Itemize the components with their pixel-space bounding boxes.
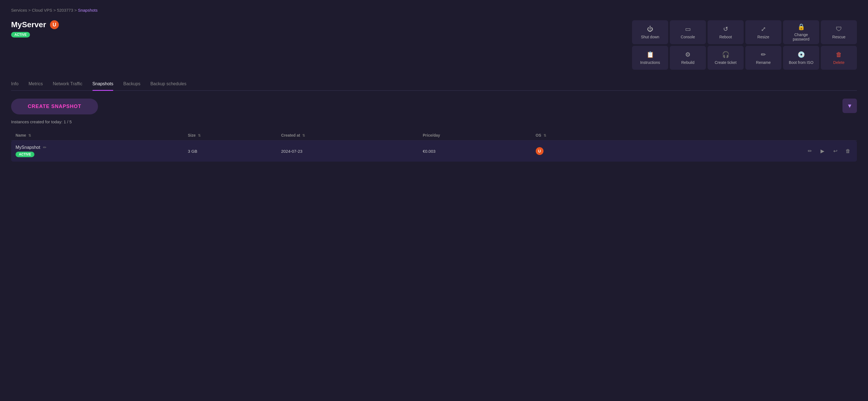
snapshots-section: CREATE SNAPSHOT ▼ Instances created for … bbox=[11, 99, 857, 162]
reboot-icon: ↺ bbox=[723, 26, 728, 33]
tab-network-traffic[interactable]: Network Traffic bbox=[53, 78, 82, 90]
breadcrumb-services[interactable]: Services bbox=[11, 8, 27, 12]
inline-edit-icon[interactable]: ✏ bbox=[43, 145, 46, 150]
breadcrumb-server-id[interactable]: 5203773 bbox=[57, 8, 73, 12]
rename-label: Rename bbox=[756, 60, 771, 65]
change-password-icon: 🔒 bbox=[798, 23, 805, 31]
change-password-button[interactable]: 🔒 Change password bbox=[783, 20, 819, 44]
rebuild-label: Rebuild bbox=[681, 60, 694, 65]
tab-backups[interactable]: Backups bbox=[123, 78, 140, 90]
resize-icon: ⤢ bbox=[761, 26, 766, 33]
ubuntu-icon: U bbox=[50, 20, 59, 29]
boot-from-iso-label: Boot from ISO bbox=[789, 60, 814, 65]
breadcrumb-cloud-vps[interactable]: Cloud VPS bbox=[32, 8, 52, 12]
console-button[interactable]: ▭ Console bbox=[670, 20, 706, 44]
resize-button[interactable]: ⤢ Resize bbox=[745, 20, 781, 44]
row-actions-cell: ✏ ▶ ↩ 🗑 bbox=[615, 141, 857, 162]
row-size-cell: 3 GB bbox=[184, 141, 277, 162]
rescue-icon: 🛡 bbox=[836, 26, 842, 33]
row-name-cell: MySnapshot ✏ ACTIVE bbox=[11, 141, 184, 162]
shutdown-button[interactable]: ⏻ Shut down bbox=[632, 20, 668, 44]
row-os-cell: U bbox=[531, 141, 615, 162]
snapshot-restore-button[interactable]: ▶ bbox=[818, 147, 827, 155]
snapshot-clone-button[interactable]: ↩ bbox=[831, 147, 840, 155]
filter-button[interactable]: ▼ bbox=[842, 99, 857, 113]
console-icon: ▭ bbox=[685, 26, 691, 33]
delete-button[interactable]: 🗑 Delete bbox=[821, 46, 857, 70]
row-action-buttons: ✏ ▶ ↩ 🗑 bbox=[620, 147, 852, 155]
reboot-label: Reboot bbox=[719, 35, 732, 39]
server-status-badge: ACTIVE bbox=[11, 32, 30, 37]
snapshot-delete-button[interactable]: 🗑 bbox=[844, 147, 852, 155]
tabs-nav: Info Metrics Network Traffic Snapshots B… bbox=[11, 78, 857, 91]
tab-metrics[interactable]: Metrics bbox=[29, 78, 43, 90]
snapshot-toolbar: CREATE SNAPSHOT ▼ bbox=[11, 99, 857, 115]
col-size[interactable]: Size ⇅ bbox=[184, 130, 277, 141]
create-ticket-icon: 🎧 bbox=[722, 51, 730, 58]
snapshot-size: 3 GB bbox=[188, 149, 197, 154]
breadcrumb-current: Snapshots bbox=[78, 8, 98, 12]
delete-icon: 🗑 bbox=[836, 51, 842, 58]
snapshot-status-badge: ACTIVE bbox=[16, 152, 34, 157]
instances-info: Instances created for today: 1 / 5 bbox=[11, 119, 857, 124]
create-ticket-button[interactable]: 🎧 Create ticket bbox=[708, 46, 744, 70]
col-os[interactable]: OS ⇅ bbox=[531, 130, 615, 141]
shutdown-label: Shut down bbox=[641, 35, 659, 39]
rename-button[interactable]: ✏ Rename bbox=[745, 46, 781, 70]
instructions-button[interactable]: 📋 Instructions bbox=[632, 46, 668, 70]
instructions-label: Instructions bbox=[640, 60, 660, 65]
instructions-icon: 📋 bbox=[647, 51, 654, 58]
tab-info[interactable]: Info bbox=[11, 78, 19, 90]
server-header: MyServer U ACTIVE ⏻ Shut down ▭ Console … bbox=[11, 20, 857, 70]
server-name: MyServer bbox=[11, 20, 46, 29]
rebuild-icon: ⚙ bbox=[685, 51, 691, 58]
col-actions bbox=[615, 130, 857, 141]
create-ticket-label: Create ticket bbox=[715, 60, 737, 65]
action-grid: ⏻ Shut down ▭ Console ↺ Reboot ⤢ Resize … bbox=[632, 20, 857, 70]
row-price-cell: €0.003 bbox=[418, 141, 531, 162]
console-label: Console bbox=[681, 35, 695, 39]
server-title: MyServer U ACTIVE bbox=[11, 20, 59, 37]
sort-name-icon: ⇅ bbox=[28, 133, 31, 137]
boot-from-iso-button[interactable]: 💿 Boot from ISO bbox=[783, 46, 819, 70]
snapshot-name: MySnapshot bbox=[16, 145, 40, 150]
tab-snapshots[interactable]: Snapshots bbox=[92, 78, 114, 90]
sort-os-icon: ⇅ bbox=[544, 133, 546, 137]
sort-size-icon: ⇅ bbox=[198, 133, 201, 137]
rescue-button[interactable]: 🛡 Rescue bbox=[821, 20, 857, 44]
shutdown-icon: ⏻ bbox=[647, 26, 653, 33]
snapshot-created-at: 2024-07-23 bbox=[281, 149, 303, 154]
snapshot-price: €0.003 bbox=[423, 149, 436, 154]
boot-from-iso-icon: 💿 bbox=[798, 51, 805, 58]
snapshot-edit-button[interactable]: ✏ bbox=[805, 147, 814, 155]
snapshots-table: Name ⇅ Size ⇅ Created at ⇅ Price/day OS … bbox=[11, 130, 857, 162]
breadcrumb: Services > Cloud VPS > 5203773 > Snapsho… bbox=[11, 8, 857, 12]
col-created-at[interactable]: Created at ⇅ bbox=[277, 130, 418, 141]
server-name-row: MyServer U bbox=[11, 20, 59, 29]
tab-backup-schedules[interactable]: Backup schedules bbox=[150, 78, 187, 90]
rebuild-button[interactable]: ⚙ Rebuild bbox=[670, 46, 706, 70]
snapshot-os-icon: U bbox=[536, 147, 544, 155]
delete-label: Delete bbox=[833, 60, 844, 65]
change-password-label: Change password bbox=[786, 32, 816, 41]
table-row: MySnapshot ✏ ACTIVE 3 GB 2024-07-23 €0.0… bbox=[11, 141, 857, 162]
col-price-day[interactable]: Price/day bbox=[418, 130, 531, 141]
create-snapshot-button[interactable]: CREATE SNAPSHOT bbox=[11, 99, 98, 115]
col-name[interactable]: Name ⇅ bbox=[11, 130, 184, 141]
sort-created-icon: ⇅ bbox=[302, 133, 305, 137]
rescue-label: Rescue bbox=[832, 35, 845, 39]
row-created-cell: 2024-07-23 bbox=[277, 141, 418, 162]
rename-icon: ✏ bbox=[761, 51, 766, 58]
resize-label: Resize bbox=[757, 35, 770, 39]
filter-icon: ▼ bbox=[847, 103, 852, 109]
reboot-button[interactable]: ↺ Reboot bbox=[708, 20, 744, 44]
